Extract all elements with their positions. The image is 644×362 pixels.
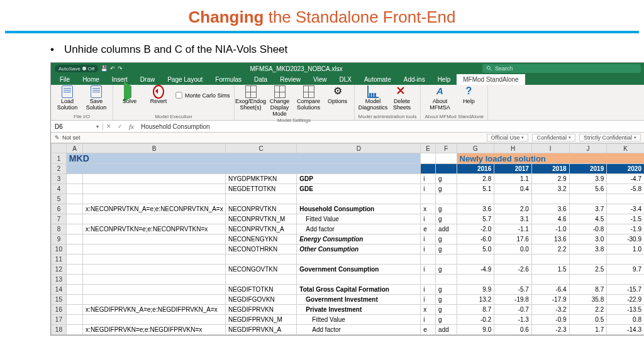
cell[interactable] bbox=[83, 285, 226, 295]
grid[interactable]: ABCDEFGHIJK 1MKDNewly loaded solution220… bbox=[51, 143, 644, 335]
tab-data[interactable]: Data bbox=[248, 74, 274, 85]
cell[interactable]: -5.8 bbox=[607, 184, 644, 194]
search-box[interactable]: Search bbox=[482, 64, 641, 73]
about-mfmsa-button[interactable]: AAbout MFMSA bbox=[427, 86, 452, 111]
cell[interactable]: 1.7 bbox=[569, 325, 607, 335]
cell[interactable]: i bbox=[421, 184, 436, 194]
cell[interactable]: NEGDIFGOVKN bbox=[225, 295, 296, 305]
cell[interactable]: 4.6 bbox=[531, 214, 569, 224]
cell[interactable]: 13.2 bbox=[457, 295, 494, 305]
save-solution-button[interactable]: Save Solution bbox=[84, 86, 109, 111]
cell[interactable]: x:NECONPRVTKN_A=e;e:NECONPRVTKN_A=x bbox=[83, 204, 226, 214]
cell[interactable]: i bbox=[421, 315, 436, 325]
delete-sheets-button[interactable]: Delete Sheets bbox=[389, 86, 414, 111]
cell[interactable]: g bbox=[436, 184, 457, 194]
redo-icon[interactable]: ↷ bbox=[118, 65, 123, 72]
row-header[interactable]: 9 bbox=[52, 234, 67, 244]
col-header-C[interactable]: C bbox=[225, 144, 296, 153]
cell[interactable]: -3.2 bbox=[531, 305, 569, 315]
tab-mfmod-standalone[interactable]: MFMod StandAlone bbox=[457, 74, 525, 85]
cell[interactable]: 2.2 bbox=[569, 305, 607, 315]
cell[interactable]: 2.9 bbox=[531, 174, 569, 184]
cell[interactable]: 8.7 bbox=[569, 285, 607, 295]
row-header[interactable]: 16 bbox=[52, 305, 67, 315]
row-header[interactable]: 14 bbox=[52, 285, 67, 295]
cell[interactable]: g bbox=[436, 295, 457, 305]
cell[interactable]: g bbox=[436, 244, 457, 255]
cell[interactable]: -1.5 bbox=[607, 214, 644, 224]
cell[interactable] bbox=[83, 295, 226, 305]
cell[interactable]: Add factor bbox=[297, 325, 421, 335]
solve-button[interactable]: Solve bbox=[117, 86, 142, 105]
tab-add-ins[interactable]: Add-ins bbox=[397, 74, 431, 85]
col-header-J[interactable]: J bbox=[569, 144, 607, 153]
cell[interactable]: 4.5 bbox=[569, 214, 607, 224]
cell[interactable]: Total Gross Capital Formation bbox=[297, 285, 421, 295]
confirm-icon[interactable]: ✓ bbox=[114, 123, 126, 129]
cell[interactable]: add bbox=[436, 224, 457, 234]
sensitivity-official-use[interactable]: Official Use▾ bbox=[487, 134, 529, 141]
cell[interactable]: g bbox=[436, 285, 457, 295]
cell[interactable]: -4.9 bbox=[457, 265, 494, 275]
cell[interactable]: 3.6 bbox=[531, 204, 569, 214]
cancel-icon[interactable]: ✕ bbox=[103, 123, 114, 129]
cell[interactable]: g bbox=[436, 174, 457, 184]
cell[interactable]: Fitted Value bbox=[297, 214, 421, 224]
row-header[interactable]: 11 bbox=[52, 255, 67, 265]
cell[interactable]: 9.7 bbox=[607, 265, 644, 275]
cell[interactable]: NEGDIFTOTKN bbox=[225, 285, 296, 295]
cell[interactable]: -0.7 bbox=[494, 305, 532, 315]
cell[interactable]: -6.4 bbox=[531, 285, 569, 295]
cell[interactable]: -4.7 bbox=[607, 174, 644, 184]
cell[interactable]: 0.6 bbox=[494, 325, 532, 335]
cell[interactable]: 0.0 bbox=[494, 244, 532, 255]
cell[interactable]: -2.6 bbox=[494, 265, 532, 275]
cell[interactable]: 3.6 bbox=[457, 204, 494, 214]
tab-formulas[interactable]: Formulas bbox=[209, 74, 248, 85]
help-button[interactable]: ?Help bbox=[456, 86, 481, 105]
cell[interactable]: 3.1 bbox=[494, 214, 532, 224]
cell[interactable]: -14.3 bbox=[607, 325, 644, 335]
cell[interactable]: -1.0 bbox=[531, 224, 569, 234]
cell[interactable]: 17.6 bbox=[494, 234, 532, 244]
cell[interactable]: -1.9 bbox=[607, 224, 644, 234]
autosave-toggle[interactable]: AutoSave Off bbox=[55, 65, 98, 72]
col-header-F[interactable]: F bbox=[436, 144, 457, 153]
cell[interactable]: i bbox=[421, 265, 436, 275]
cell[interactable]: GDP bbox=[297, 174, 421, 184]
tab-page-layout[interactable]: Page Layout bbox=[161, 74, 209, 85]
cell[interactable]: 9.0 bbox=[457, 325, 494, 335]
cell[interactable]: 1.1 bbox=[494, 174, 532, 184]
undo-icon[interactable]: ↶ bbox=[110, 65, 115, 72]
cell[interactable]: 2.0 bbox=[494, 204, 532, 214]
cell[interactable]: g bbox=[436, 265, 457, 275]
col-header-K[interactable]: K bbox=[607, 144, 644, 153]
row-header[interactable]: 8 bbox=[52, 224, 67, 234]
cell[interactable]: 3.2 bbox=[531, 184, 569, 194]
cell[interactable]: NEGDIFPRVKN_M bbox=[225, 315, 296, 325]
row-header[interactable]: 5 bbox=[52, 194, 67, 204]
row-header[interactable]: 6 bbox=[52, 204, 67, 214]
cell[interactable]: 2.8 bbox=[457, 174, 494, 184]
cell[interactable]: -0.8 bbox=[569, 224, 607, 234]
tab-draw[interactable]: Draw bbox=[134, 74, 161, 85]
cell[interactable]: -3.4 bbox=[607, 204, 644, 214]
cell[interactable]: 0.5 bbox=[569, 315, 607, 325]
cell[interactable]: Add factor bbox=[297, 224, 421, 234]
tab-file[interactable]: File bbox=[53, 74, 76, 85]
cell[interactable]: -1.3 bbox=[494, 315, 532, 325]
cell[interactable] bbox=[83, 244, 226, 255]
tab-help[interactable]: Help bbox=[431, 74, 457, 85]
cell[interactable]: NECONOTHRKN bbox=[225, 244, 296, 255]
col-header-D[interactable]: D bbox=[297, 144, 421, 153]
col-header-H[interactable]: H bbox=[494, 144, 532, 153]
cell[interactable] bbox=[83, 184, 226, 194]
cell[interactable]: g bbox=[436, 214, 457, 224]
cell[interactable]: 5.7 bbox=[457, 214, 494, 224]
cell[interactable]: 3.0 bbox=[569, 234, 607, 244]
cell[interactable]: Government Investment bbox=[297, 295, 421, 305]
revert-button[interactable]: Revert bbox=[146, 86, 171, 105]
row-header[interactable]: 12 bbox=[52, 265, 67, 275]
cell[interactable]: g bbox=[436, 234, 457, 244]
cell[interactable]: x:NEGDIFPRVKN_A=e;e:NEGDIFPRVKN_A=x bbox=[83, 305, 226, 315]
